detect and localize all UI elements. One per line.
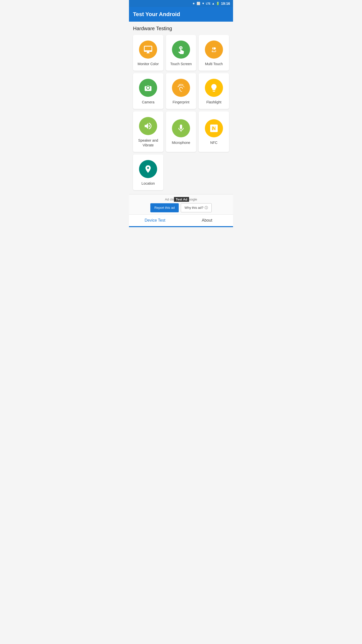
grid-item-fingerprint[interactable]: Fingerprint	[166, 73, 196, 109]
report-ad-button[interactable]: Report this ad	[150, 203, 179, 212]
camera-label: Camera	[142, 100, 154, 104]
vibrate-icon: ⬜	[197, 2, 200, 5]
touch-screen-label: Touch Screen	[170, 62, 192, 66]
status-icon-bluetooth: ★	[192, 2, 195, 5]
bottom-blue-bar	[129, 226, 233, 227]
grid-item-camera[interactable]: Camera	[133, 73, 163, 109]
bottom-nav: Device Test About	[129, 214, 233, 226]
ad-prefix: Ad clo	[165, 197, 174, 201]
grid-item-multi-touch[interactable]: Multi Touch	[199, 35, 229, 71]
nfc-icon-circle	[205, 119, 223, 137]
location-icon	[144, 165, 153, 174]
info-icon: ⓘ	[205, 206, 208, 210]
ad-area: Ad clo Test Ad oogle Report this ad Why …	[129, 194, 233, 214]
touch-screen-icon	[176, 45, 186, 54]
status-time: 19:16	[221, 2, 230, 6]
flashlight-icon-circle	[205, 79, 223, 97]
microphone-label: Microphone	[172, 140, 190, 145]
microphone-icon-circle	[172, 119, 190, 137]
camera-icon	[144, 83, 153, 92]
why-ad-button[interactable]: Why this ad? ⓘ	[181, 203, 212, 212]
nav-device-test[interactable]: Device Test	[129, 215, 181, 226]
grid-item-monitor-color[interactable]: Monitor Color	[133, 35, 163, 71]
speaker-icon	[144, 122, 153, 131]
multi-touch-icon-circle	[205, 41, 223, 59]
battery-icon: 🔋	[216, 2, 220, 5]
about-label: About	[202, 218, 212, 223]
flashlight-label: Flashlight	[206, 100, 221, 104]
location-label: Location	[142, 181, 155, 186]
ad-buttons: Report this ad Why this ad? ⓘ	[150, 203, 212, 212]
grid-item-nfc[interactable]: NFC	[199, 111, 229, 152]
monitor-color-label: Monitor Color	[138, 62, 159, 66]
device-test-label: Device Test	[145, 218, 165, 223]
nfc-icon	[209, 124, 218, 133]
location-icon-circle	[139, 160, 157, 178]
multi-touch-icon	[209, 45, 218, 54]
ad-label-row: Ad clo Test Ad oogle	[165, 197, 197, 202]
fingerprint-label: Fingerprint	[173, 100, 190, 104]
ad-suffix: oogle	[189, 197, 197, 201]
monitor-icon	[144, 45, 153, 54]
status-icons: ⬜ ▼ LTE ▲ 🔋 19:16	[197, 2, 230, 6]
why-ad-label: Why this ad?	[185, 206, 203, 210]
grid-item-speaker[interactable]: Speaker and Vibrate	[133, 111, 163, 152]
camera-icon-circle	[139, 79, 157, 97]
grid-item-touch-screen[interactable]: Touch Screen	[166, 35, 196, 71]
ad-test-badge: Test Ad	[174, 197, 189, 202]
fingerprint-icon	[176, 83, 186, 92]
grid-item-location[interactable]: Location	[133, 154, 163, 190]
speaker-label: Speaker and Vibrate	[135, 138, 161, 147]
main-content: Hardware Testing Monitor Color Touch Scr…	[129, 22, 233, 194]
section-title: Hardware Testing	[133, 26, 229, 31]
grid-item-microphone[interactable]: Microphone	[166, 111, 196, 152]
monitor-color-icon-circle	[139, 41, 157, 59]
fingerprint-icon-circle	[172, 79, 190, 97]
app-bar: Test Your Android	[129, 7, 233, 22]
multi-touch-label: Multi Touch	[205, 62, 223, 66]
lte-icon: LTE	[206, 2, 210, 5]
status-bar: ★ ⬜ ▼ LTE ▲ 🔋 19:16	[129, 0, 233, 7]
touch-screen-icon-circle	[172, 41, 190, 59]
grid-item-flashlight[interactable]: Flashlight	[199, 73, 229, 109]
app-title: Test Your Android	[133, 11, 180, 17]
hardware-grid: Monitor Color Touch Screen Multi Touch C…	[133, 35, 229, 190]
speaker-icon-circle	[139, 117, 157, 135]
signal-icon: ▲	[212, 2, 215, 5]
nfc-label: NFC	[210, 140, 217, 145]
wifi-icon: ▼	[202, 2, 205, 5]
nav-about[interactable]: About	[181, 215, 233, 226]
microphone-icon	[176, 124, 186, 133]
flashlight-icon	[209, 83, 218, 92]
